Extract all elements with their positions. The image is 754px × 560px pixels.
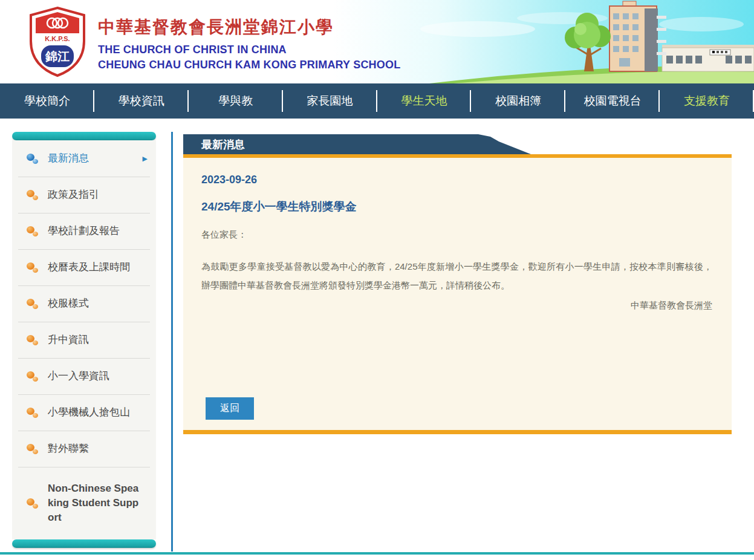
speech-bubble-icon	[27, 262, 39, 273]
sidebar-menu: 最新消息 ▶ 政策及指引 學校計劃及報告 校曆表及上課時間 校服樣式 升中	[12, 140, 156, 539]
sidebar: 最新消息 ▶ 政策及指引 學校計劃及報告 校曆表及上課時間 校服樣式 升中	[12, 132, 156, 548]
news-signature: 中華基督教會長洲堂	[201, 300, 712, 311]
school-name-english-line2: CHEUNG CHAU CHURCH KAM KONG PRIMARY SCHO…	[98, 57, 400, 73]
news-date: 2023-09-26	[201, 174, 712, 186]
school-names: 中華基督教會長洲堂錦江小學 THE CHURCH OF CHRIST IN CH…	[98, 16, 400, 73]
chevron-right-icon: ▶	[143, 155, 148, 163]
school-name-english-line1: THE CHURCH OF CHRIST IN CHINA	[98, 42, 400, 57]
sidebar-item-ncs-student-support[interactable]: Non-Chinese Speaking Student Support	[12, 467, 156, 539]
sidebar-item-label: 校曆表及上課時間	[48, 260, 130, 275]
sidebar-item-label: 小一入學資訊	[48, 369, 109, 383]
sidebar-item-label: 校服樣式	[48, 296, 89, 311]
section-title: 最新消息	[183, 137, 245, 152]
news-body: 為鼓勵更多學童接受基督教以愛為中心的教育，24/25年度新增小一學生獎學金，歡迎…	[201, 257, 712, 295]
sidebar-item-robot-bun-scrambling[interactable]: 小學機械人搶包山	[12, 394, 156, 431]
section-header: 最新消息	[183, 134, 531, 154]
sidebar-item-label: 對外聯繫	[48, 441, 89, 456]
sidebar-item-label: Non-Chinese Speaking Student Support	[48, 481, 140, 525]
speech-bubble-icon	[27, 190, 39, 200]
sidebar-item-p1-admission-info[interactable]: 小一入學資訊	[12, 358, 156, 394]
sidebar-item-label: 升中資訊	[48, 333, 89, 347]
news-salutation: 各位家長：	[201, 229, 712, 241]
sidebar-item-school-plans-reports[interactable]: 學校計劃及報告	[12, 213, 156, 249]
nav-item-school-info[interactable]: 學校資訊	[94, 83, 189, 119]
speech-bubble-icon	[27, 408, 39, 418]
sidebar-item-policies-guidelines[interactable]: 政策及指引	[12, 177, 156, 213]
nav-item-campus-tv[interactable]: 校園電視台	[565, 83, 660, 119]
speech-bubble-icon	[27, 226, 39, 236]
logo-abbr-text: K.K.P.S.	[45, 35, 70, 42]
news-title: 24/25年度小一學生特別獎學金	[201, 199, 712, 215]
nav-item-campus-album[interactable]: 校園相簿	[471, 83, 565, 119]
sidebar-item-external-links[interactable]: 對外聯繫	[12, 431, 156, 467]
logo-zh-text: 錦江	[45, 50, 70, 63]
sidebar-item-label: 政策及指引	[48, 187, 99, 202]
speech-bubble-icon	[27, 371, 39, 382]
nav-item-student-zone[interactable]: 學生天地	[377, 83, 472, 119]
news-article: 2023-09-26 24/25年度小一學生特別獎學金 各位家長： 為鼓勵更多學…	[183, 158, 732, 430]
sidebar-item-latest-news[interactable]: 最新消息 ▶	[12, 140, 156, 177]
sidebar-top-bar	[12, 132, 156, 140]
site-header: K.K.P.S. 錦江 中華基督教會長洲堂錦江小學 THE CHURCH OF …	[0, 0, 754, 83]
school-logo: K.K.P.S. 錦江	[25, 5, 89, 79]
sidebar-item-calendar-timetable[interactable]: 校曆表及上課時間	[12, 249, 156, 285]
speech-bubble-icon	[27, 444, 39, 454]
nav-item-parents-corner[interactable]: 家長園地	[283, 83, 377, 119]
main-nav: 學校簡介 學校資訊 學與教 家長園地 學生天地 校園相簿 校園電視台 支援教育	[0, 83, 754, 119]
nav-item-education-support[interactable]: 支援教育	[660, 83, 754, 119]
sidebar-item-label: 學校計劃及報告	[48, 224, 120, 238]
content-panel: 最新消息 2023-09-26 24/25年度小一學生特別獎學金 各位家長： 為…	[183, 134, 732, 434]
school-building-illustration	[363, 0, 754, 83]
sidebar-item-label: 最新消息	[48, 151, 89, 166]
speech-bubble-icon	[27, 498, 39, 509]
nav-item-school-intro[interactable]: 學校簡介	[0, 83, 94, 119]
nav-item-learning-teaching[interactable]: 學與教	[189, 83, 283, 119]
school-name-chinese: 中華基督教會長洲堂錦江小學	[98, 16, 400, 39]
speech-bubble-icon	[27, 335, 39, 345]
speech-bubble-icon	[27, 299, 39, 309]
content-divider-line	[171, 132, 173, 552]
sidebar-item-uniform-style[interactable]: 校服樣式	[12, 285, 156, 322]
sidebar-item-secondary-school-info[interactable]: 升中資訊	[12, 322, 156, 358]
page: K.K.P.S. 錦江 中華基督教會長洲堂錦江小學 THE CHURCH OF …	[0, 0, 754, 560]
speech-bubble-icon	[27, 154, 39, 164]
sidebar-bottom-bar	[12, 539, 156, 548]
sidebar-item-label: 小學機械人搶包山	[48, 405, 130, 420]
accent-line-bottom	[183, 430, 732, 434]
back-button[interactable]: 返回	[206, 397, 254, 420]
footer-line	[0, 552, 754, 555]
